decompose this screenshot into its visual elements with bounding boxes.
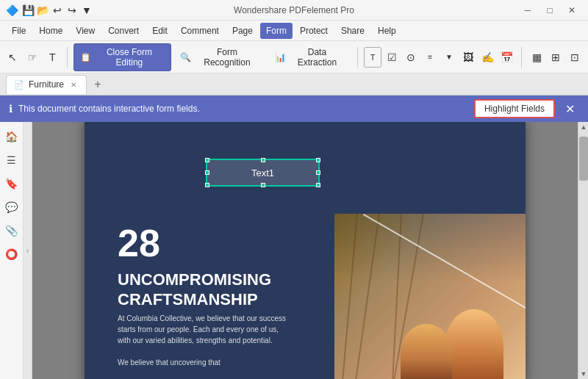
right-scrollbar[interactable]: ▲ ▼ xyxy=(578,122,588,379)
menu-form[interactable]: Form xyxy=(260,23,293,39)
pdf-image-area xyxy=(334,214,526,379)
info-message: This document contains interactive form … xyxy=(18,104,200,114)
app-title: Wondershare PDFelement Pro xyxy=(234,5,354,15)
listbox-icon[interactable]: ≡ xyxy=(421,47,439,68)
maximize-button[interactable]: □ xyxy=(539,1,560,19)
pdf-heading: UNCOMPROMISING CRAFTSMANSHIP xyxy=(118,270,271,309)
title-bar: 🔷 💾 📂 ↩ ↪ ▼ Wondershare PDFelement Pro ─… xyxy=(0,0,588,21)
tab-close-btn[interactable]: ✕ xyxy=(68,80,79,90)
tab-file-icon: 📄 xyxy=(14,80,24,90)
text-field-icon[interactable]: T xyxy=(364,47,381,68)
pdf-paragraph2: We believe that uncovering that xyxy=(118,358,220,367)
menu-protect[interactable]: Protect xyxy=(294,23,334,39)
save-icon[interactable]: 💾 xyxy=(22,4,34,16)
select-tool[interactable]: ↖ xyxy=(4,47,21,68)
menu-page[interactable]: Page xyxy=(226,23,259,39)
person-silhouette-2 xyxy=(401,324,452,379)
menu-bar: File Home View Convert Edit Comment Page… xyxy=(0,21,588,41)
sidebar-comments-icon[interactable]: 💬 xyxy=(3,198,21,216)
info-bar: ℹ This document contains interactive for… xyxy=(0,95,588,122)
sidebar-search-icon[interactable]: ⭕ xyxy=(3,245,21,263)
radio-icon[interactable]: ⊙ xyxy=(402,47,420,68)
info-icon: ℹ xyxy=(9,103,12,115)
sep1 xyxy=(67,47,68,68)
tab-furniture[interactable]: 📄 Furniture ✕ xyxy=(6,75,87,94)
info-close-btn[interactable]: ✕ xyxy=(561,101,579,118)
image-field-icon[interactable]: 🖼 xyxy=(459,47,477,68)
pdf-paragraph1: At Columbia Collective, we believe that … xyxy=(118,314,286,344)
handle-br xyxy=(316,183,320,187)
undo-icon[interactable]: ↩ xyxy=(51,4,63,16)
left-sidebar: 🏠 ☰ 🔖 💬 📎 ⭕ xyxy=(0,122,24,379)
main-layout: 🏠 ☰ 🔖 💬 📎 ⭕ › Text1 xyxy=(0,122,588,379)
handle-mr xyxy=(316,170,320,175)
sidebar-pages-icon[interactable]: ☰ xyxy=(3,151,21,169)
form-field-label: Text1 xyxy=(251,167,274,178)
menu-edit[interactable]: Edit xyxy=(146,23,173,39)
minimize-button[interactable]: ─ xyxy=(517,1,538,19)
tab-bar: 📄 Furniture ✕ + xyxy=(0,73,588,95)
barcode-icon[interactable]: ▦ xyxy=(528,47,545,68)
customize-icon[interactable]: ▼ xyxy=(81,4,93,16)
menu-home[interactable]: Home xyxy=(33,23,68,39)
menu-comment[interactable]: Comment xyxy=(175,23,225,39)
title-bar-left: 🔷 💾 📂 ↩ ↪ ▼ xyxy=(6,4,93,16)
document-area: Text1 28 UNCOMPROMISING CRAFTSMANSH xyxy=(32,122,578,379)
handle-tr xyxy=(316,158,320,162)
open-icon[interactable]: 📂 xyxy=(37,4,49,16)
quick-access-icons: 💾 📂 ↩ ↪ ▼ xyxy=(22,4,93,16)
date-icon[interactable]: 📅 xyxy=(498,47,515,68)
sidebar-attachments-icon[interactable]: 📎 xyxy=(3,222,21,239)
scroll-up-arrow[interactable]: ▲ xyxy=(578,122,588,132)
highlight-fields-button[interactable]: Highlight Fields xyxy=(474,99,555,118)
form-recognition-label: Form Recognition xyxy=(194,47,260,68)
data-extraction-label: Data Extraction xyxy=(289,47,345,68)
window-controls: ─ □ ✕ xyxy=(517,1,582,19)
close-form-editing-button[interactable]: 📋 Close Form Editing xyxy=(74,43,172,71)
hand-tool[interactable]: ☞ xyxy=(24,47,41,68)
checkbox-icon[interactable]: ☑ xyxy=(383,47,401,68)
menu-convert[interactable]: Convert xyxy=(102,23,145,39)
tab-add-btn[interactable]: + xyxy=(90,76,106,93)
form-recognition-button[interactable]: 🔍 Form Recognition xyxy=(174,44,266,71)
form-field-text1[interactable]: Text1 xyxy=(206,159,320,187)
heading-line1: UNCOMPROMISING xyxy=(118,270,271,289)
field-icons: T ☑ ⊙ ≡ ▼ 🖼 ✍ 📅 xyxy=(364,47,515,68)
heading-line2: CRAFTSMANSHIP xyxy=(118,290,271,309)
sidebar-bookmarks-icon[interactable]: 🔖 xyxy=(3,175,21,192)
sep2 xyxy=(357,47,358,68)
sidebar-home-icon[interactable]: 🏠 xyxy=(3,128,21,145)
handle-bl xyxy=(205,183,209,187)
align-icon[interactable]: ⊞ xyxy=(547,47,564,68)
menu-view[interactable]: View xyxy=(70,23,101,39)
handle-ml xyxy=(205,170,209,175)
close-form-editing-label: Close Form Editing xyxy=(94,47,165,68)
signature-icon[interactable]: ✍ xyxy=(478,47,496,68)
menu-file[interactable]: File xyxy=(6,23,32,39)
tab-label: Furniture xyxy=(29,79,64,90)
recognition-icon: 🔍 xyxy=(180,52,191,62)
pdf-number: 28 xyxy=(118,221,160,265)
toolbar: ↖ ☞ T 📋 Close Form Editing 🔍 Form Recogn… xyxy=(0,41,588,73)
pdf-page: Text1 28 UNCOMPROMISING CRAFTSMANSH xyxy=(85,122,526,379)
extra-icons: ▦ ⊞ ⊡ xyxy=(528,47,584,68)
person-silhouette xyxy=(445,309,503,379)
info-bar-right: Highlight Fields ✕ xyxy=(474,99,579,118)
menu-share[interactable]: Share xyxy=(335,23,370,39)
info-bar-left: ℹ This document contains interactive for… xyxy=(9,103,200,115)
scroll-down-arrow[interactable]: ▼ xyxy=(578,369,588,379)
handle-tl xyxy=(205,158,209,162)
data-extraction-button[interactable]: 📊 Data Extraction xyxy=(269,44,351,71)
extraction-icon: 📊 xyxy=(275,52,286,62)
close-button[interactable]: ✕ xyxy=(562,1,582,19)
app-icon: 🔷 xyxy=(6,4,18,16)
distribute-icon[interactable]: ⊡ xyxy=(566,47,584,68)
redo-icon[interactable]: ↪ xyxy=(66,4,78,16)
menu-help[interactable]: Help xyxy=(372,23,402,39)
scrollbar-thumb[interactable] xyxy=(579,137,588,181)
collapse-handle[interactable]: › xyxy=(24,122,32,379)
text-tool[interactable]: T xyxy=(44,47,61,68)
dropdown-icon[interactable]: ▼ xyxy=(440,47,458,68)
pdf-body-text: At Columbia Collective, we believe that … xyxy=(118,313,287,368)
handle-bc xyxy=(261,183,265,187)
